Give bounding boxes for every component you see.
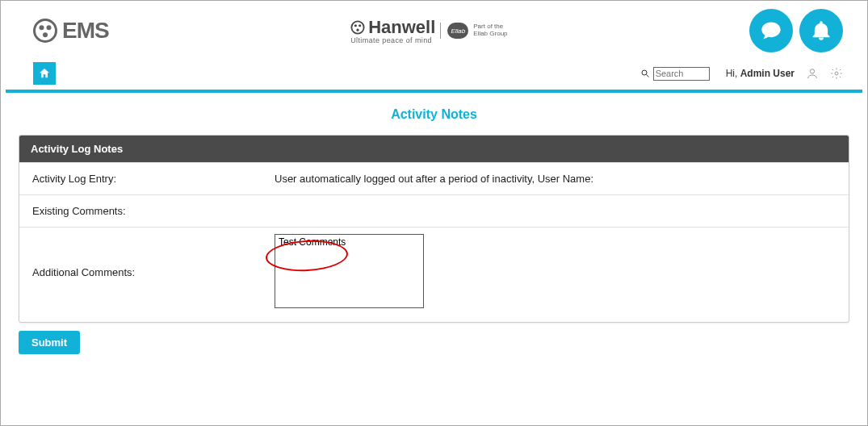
app-logo: EMS — [33, 18, 109, 44]
speech-bubble-icon — [760, 19, 782, 42]
svg-point-3 — [43, 32, 48, 37]
additional-comments-input[interactable] — [275, 234, 424, 308]
search-input[interactable] — [653, 67, 710, 81]
page-title: Activity Notes — [1, 93, 867, 135]
existing-comments-label: Existing Comments: — [32, 205, 275, 217]
alerts-button[interactable] — [799, 9, 843, 52]
entry-value: User automatically logged out after a pe… — [275, 173, 836, 185]
vendor-tagline: Ultimate peace of mind — [350, 36, 432, 44]
hanwell-mark-icon — [350, 20, 365, 35]
ellab-badge: Ellab — [447, 23, 468, 39]
panel-header: Activity Log Notes — [19, 136, 849, 162]
gear-icon[interactable] — [830, 67, 843, 80]
svg-point-5 — [354, 24, 357, 27]
messages-button[interactable] — [749, 9, 793, 52]
bell-icon — [810, 19, 832, 42]
svg-point-2 — [47, 25, 52, 30]
additional-comments-label: Additional Comments: — [32, 266, 275, 278]
greeting: Hi, Admin User — [726, 68, 795, 79]
ems-mark-icon — [33, 19, 57, 43]
svg-point-1 — [40, 25, 44, 30]
ellab-text: Part of the Ellab Group — [473, 23, 507, 38]
svg-point-4 — [351, 21, 363, 33]
svg-point-8 — [642, 70, 647, 75]
activity-notes-panel: Activity Log Notes Activity Log Entry: U… — [19, 135, 849, 323]
svg-point-11 — [835, 72, 838, 75]
entry-label: Activity Log Entry: — [32, 173, 275, 185]
app-name: EMS — [62, 18, 109, 44]
search-icon — [640, 69, 650, 78]
svg-point-0 — [35, 20, 57, 42]
svg-point-10 — [810, 69, 814, 73]
user-icon[interactable] — [806, 67, 819, 80]
svg-point-6 — [359, 24, 361, 27]
svg-line-9 — [646, 75, 648, 77]
vendor-name: Hanwell — [368, 17, 435, 38]
current-user: Admin User — [740, 68, 795, 79]
home-button[interactable] — [33, 62, 56, 85]
home-icon — [38, 67, 51, 80]
svg-point-7 — [357, 29, 359, 31]
vendor-logo: Hanwell Ultimate peace of mind Ellab Par… — [350, 17, 507, 44]
submit-button[interactable]: Submit — [19, 331, 80, 354]
